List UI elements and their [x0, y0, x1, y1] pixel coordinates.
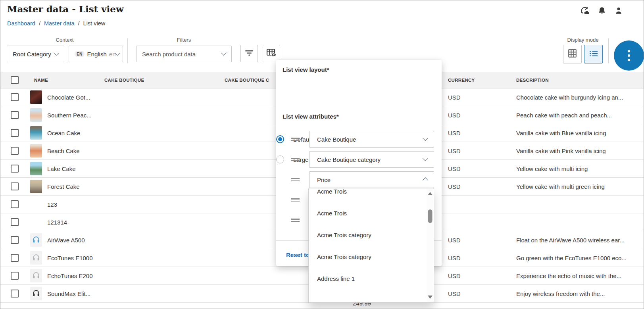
product-thumbnail [30, 233, 42, 247]
attribute-select[interactable]: Cake Boutique [309, 131, 434, 148]
product-name: Chocolate Got... [47, 94, 90, 101]
column-header-description: DESCRIPTION [516, 78, 549, 83]
product-name: Southern Peac... [47, 112, 92, 119]
drag-handle-icon[interactable] [291, 136, 300, 142]
breadcrumb-separator: / [78, 20, 80, 27]
product-currency: USD [448, 255, 461, 261]
row-checkbox[interactable] [11, 111, 19, 119]
product-name: Ocean Cake [47, 130, 80, 136]
filter-button[interactable] [240, 45, 258, 62]
product-name: Lake Cake [47, 165, 76, 172]
locale-value: English [87, 51, 107, 58]
drag-handle-icon[interactable] [291, 217, 300, 223]
scroll-down-arrow-icon[interactable] [428, 296, 433, 299]
attribute-select-value: Cake Boutique [317, 136, 356, 143]
product-description: Vanilla cake with Blue vanilla icing [516, 130, 640, 136]
product-thumbnail [30, 144, 42, 157]
product-currency: USD [448, 165, 461, 172]
list-view-button[interactable] [584, 45, 603, 63]
product-description: Float on the AirWave A500 wireless ear..… [516, 237, 640, 244]
locale-dropdown[interactable]: EN English en [69, 46, 123, 62]
row-checkbox[interactable] [11, 218, 19, 226]
product-name: SoundMax Elit... [47, 290, 90, 297]
actions-fab-button[interactable] [614, 40, 644, 71]
row-checkbox[interactable] [11, 236, 19, 244]
notifications-bell-icon[interactable] [598, 6, 606, 15]
product-thumbnail [30, 108, 42, 122]
breadcrumb-item[interactable]: List view [83, 20, 106, 27]
reset-link[interactable]: Reset to [286, 251, 310, 258]
chevron-down-icon [115, 50, 120, 56]
attribute-select[interactable]: Price [309, 171, 434, 188]
column-header-name: NAME [34, 78, 48, 83]
row-checkbox[interactable] [11, 200, 19, 208]
list-view-icon [588, 49, 599, 60]
scrollbar-thumb[interactable] [428, 209, 432, 223]
product-thumbnail [30, 287, 42, 300]
grid-view-button[interactable] [563, 45, 582, 63]
breadcrumb-item[interactable]: Dashboard [7, 20, 35, 27]
breadcrumb-separator: / [39, 20, 40, 27]
product-thumbnail [30, 269, 42, 282]
row-checkbox[interactable] [11, 147, 19, 155]
column-header-cake-boutique-category: CAKE BOUTIQUE C [225, 78, 269, 83]
dropdown-option[interactable]: Acme Trois category [309, 246, 434, 268]
product-description: Chocolate cake with burgundy icing an... [516, 94, 640, 101]
column-header-currency: CURRENCY [448, 78, 475, 83]
chevron-down-icon [221, 50, 227, 56]
filter-icon [244, 48, 254, 59]
scroll-up-arrow-icon[interactable] [428, 192, 433, 195]
drag-handle-icon[interactable] [291, 197, 300, 203]
drag-handle-icon[interactable] [291, 157, 300, 162]
row-checkbox[interactable] [11, 182, 19, 190]
options-scroll-area: Acme Trois Acme Trois Acme Trois categor… [309, 188, 434, 290]
breadcrumb: Dashboard / Master data / List view [7, 20, 105, 27]
dropdown-scrollbar[interactable] [427, 189, 433, 302]
product-thumbnail [30, 180, 42, 193]
row-checkbox[interactable] [11, 290, 19, 297]
attribute-select-value: Price [317, 177, 331, 183]
chevron-icon [423, 135, 428, 141]
product-description: Yellow cake with multi icing [516, 165, 640, 172]
row-checkbox[interactable] [11, 93, 19, 101]
product-name: Forest Cake [47, 183, 80, 190]
product-thumbnail [30, 126, 42, 140]
product-thumbnail [30, 251, 42, 265]
product-currency: USD [448, 237, 461, 244]
drag-handle-icon[interactable] [291, 177, 300, 182]
display-mode-label: Display mode [563, 37, 603, 43]
product-description: Peach cake with peach and peach... [516, 112, 640, 119]
user-account-icon[interactable] [614, 6, 623, 15]
product-thumbnail [30, 90, 42, 104]
product-name: 123 [47, 201, 57, 208]
dropdown-option[interactable]: Acme Trois category [309, 224, 434, 246]
product-description: Yellow cake with multi green icing [516, 183, 640, 190]
row-checkbox[interactable] [11, 165, 19, 173]
product-description: Go green with the EcoTunes E1000 eco... [516, 255, 640, 261]
search-product-dropdown[interactable]: Search product data [136, 46, 232, 62]
attribute-options-dropdown: Acme Trois Acme Trois Acme Trois categor… [308, 188, 434, 303]
row-checkbox[interactable] [11, 254, 19, 262]
product-name: 121314 [47, 219, 67, 226]
product-description: Vanilla cake with Pink vanilla icing [516, 148, 640, 154]
row-checkbox[interactable] [11, 129, 19, 137]
search-placeholder: Search product data [142, 51, 196, 58]
product-name: AirWave A500 [47, 237, 85, 244]
product-currency: USD [448, 94, 461, 101]
category-tree-dropdown[interactable]: Root Category [7, 46, 64, 62]
dropdown-option[interactable]: Address line 1 [309, 268, 434, 290]
sync-icon[interactable] [580, 6, 590, 15]
dropdown-option[interactable]: Acme Trois [309, 202, 434, 224]
product-description: Enjoy wireless freedom with the... [516, 290, 640, 297]
product-name: Beach Cake [47, 148, 80, 154]
page-title: Master data - List view [7, 4, 124, 14]
product-name: EchoTunes E200 [47, 273, 93, 279]
product-currency: USD [448, 112, 461, 119]
toolbar-divider [127, 38, 128, 63]
dropdown-option[interactable]: Acme Trois [309, 188, 434, 202]
attribute-select[interactable]: Cake Boutique category [309, 151, 434, 168]
product-currency: USD [448, 273, 461, 279]
row-checkbox[interactable] [11, 272, 19, 280]
breadcrumb-item[interactable]: Master data [44, 20, 75, 27]
product-name: EcoTunes E1000 [47, 255, 93, 261]
